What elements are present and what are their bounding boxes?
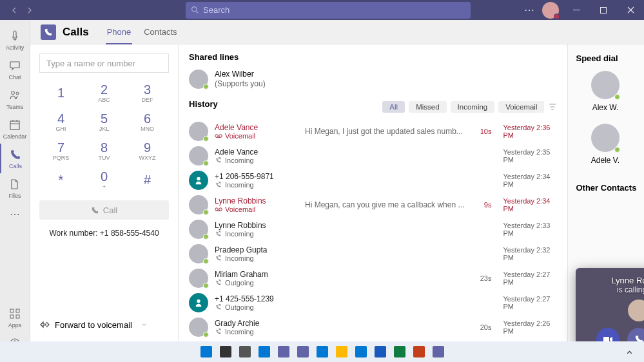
speed-dial-item[interactable]: Lynne R. — [639, 71, 644, 112]
files-icon — [336, 346, 347, 357]
history-type: Incoming — [215, 181, 298, 189]
filter-missed[interactable]: Missed — [409, 101, 446, 113]
rail-chat[interactable]: Chat — [0, 55, 30, 84]
forward-voicemail[interactable]: Forward to voicemail — [39, 314, 169, 335]
calls-app-icon — [41, 24, 56, 40]
edge-icon — [317, 346, 328, 357]
history-row[interactable]: Miriam GrahamOutgoing 23s Yesterday 2:27… — [189, 266, 557, 291]
dialkey-5[interactable]: 5JKL — [83, 107, 126, 136]
rail-apps[interactable]: Apps — [0, 303, 30, 332]
history-row[interactable]: Lynne RobbinsIncoming Yesterday 2:33 PM — [189, 217, 557, 242]
taskbar-outlook[interactable] — [353, 343, 369, 360]
rail-calendar[interactable]: Calendar — [0, 114, 30, 144]
speed-dial-panel: Speed dial Alex W.Lynne R.Adele V.Grady … — [567, 44, 644, 362]
history-time: Yesterday 2:35 PM — [498, 148, 557, 164]
taskbar-tasks[interactable] — [237, 343, 253, 360]
forward-button[interactable] — [23, 4, 36, 17]
filter-incoming[interactable]: Incoming — [451, 101, 495, 113]
back-button[interactable] — [8, 4, 21, 17]
taskbar-teams[interactable] — [295, 343, 311, 360]
svg-rect-10 — [10, 309, 14, 312]
taskbar-start[interactable] — [198, 343, 215, 360]
filter-voicemail[interactable]: Voicemail — [498, 101, 544, 113]
speed-dial-item[interactable]: Adele V. — [576, 124, 634, 165]
svg-point-18 — [219, 135, 222, 138]
dialkey-2[interactable]: 2ABC — [83, 78, 126, 107]
teams-icon — [297, 346, 309, 357]
shared-line-item[interactable]: Alex Wilber (Supports you) — [189, 67, 557, 97]
dialkey-4[interactable]: 4GHI — [39, 107, 83, 136]
svg-point-4 — [12, 91, 15, 95]
history-row[interactable]: +1 425-555-1239Outgoing Yesterday 2:27 P… — [189, 291, 557, 315]
call-button[interactable]: Call — [39, 200, 169, 220]
dialkey-0[interactable]: 0+ — [83, 165, 126, 194]
close-button[interactable] — [621, 1, 640, 19]
taskbar-widgets[interactable] — [256, 343, 273, 360]
maximize-button[interactable] — [594, 1, 613, 19]
history-row[interactable]: Adele VanceIncoming Yesterday 2:35 PM — [189, 144, 557, 168]
avatar — [189, 146, 208, 166]
filter-all[interactable]: All — [382, 101, 405, 113]
svg-point-5 — [16, 92, 19, 95]
dialkey-7[interactable]: 7PQRS — [39, 136, 83, 165]
minimize-button[interactable] — [567, 1, 586, 19]
history-duration: 9s — [471, 201, 491, 209]
taskbar-chat[interactable] — [275, 343, 292, 360]
dialkey-8[interactable]: 8TUV — [83, 136, 126, 165]
tab-contacts[interactable]: Contacts — [137, 20, 183, 44]
dialkey-9[interactable]: 9WXYZ — [126, 136, 169, 165]
rail-files[interactable]: Files — [0, 173, 30, 203]
tab-phone[interactable]: Phone — [101, 20, 138, 44]
history-name: Grady Archie — [215, 319, 298, 328]
rail-calls[interactable]: Calls — [0, 144, 30, 173]
other-contacts-title: Other Contacts — [576, 183, 644, 193]
search-box[interactable] — [186, 2, 471, 19]
dial-input[interactable]: Type a name or number — [39, 53, 169, 73]
speed-dial-item[interactable]: Grady A. — [639, 124, 644, 165]
taskbar-word[interactable] — [372, 343, 389, 360]
history-type: Voicemail — [215, 132, 298, 140]
svg-rect-11 — [16, 309, 19, 312]
taskbar-powerpoint[interactable] — [411, 343, 427, 360]
history-type: Incoming — [215, 254, 298, 262]
dialkey-3[interactable]: 3DEF — [126, 78, 169, 107]
history-row[interactable]: Pradeep GuptaIncoming Yesterday 2:32 PM — [189, 242, 557, 266]
svg-point-22 — [219, 208, 222, 211]
speed-dial-item[interactable]: Alex W. — [576, 71, 634, 112]
svg-rect-13 — [16, 315, 19, 318]
search-input[interactable] — [203, 5, 465, 15]
history-row[interactable]: +1 206-555-9871Incoming Yesterday 2:34 P… — [189, 168, 557, 193]
taskbar-search[interactable] — [217, 343, 234, 360]
history-duration: 20s — [471, 323, 491, 331]
rail-more[interactable]: ⋯ — [0, 203, 30, 225]
rail-activity[interactable]: Activity — [0, 25, 30, 55]
taskbar-teams2[interactable] — [430, 343, 447, 360]
avatar — [591, 71, 620, 99]
svg-point-17 — [215, 135, 219, 138]
page-title: Calls — [63, 26, 89, 39]
avatar — [189, 269, 208, 288]
taskbar-chevron[interactable] — [621, 343, 638, 360]
user-avatar[interactable] — [542, 2, 559, 19]
history-row[interactable]: Lynne RobbinsVoicemail Hi Megan, can you… — [189, 193, 557, 217]
taskbar-files[interactable] — [333, 343, 350, 360]
history-row[interactable]: Grady ArchieIncoming 20s Yesterday 2:26 … — [189, 315, 557, 339]
more-button[interactable]: ⋯ — [524, 4, 534, 16]
dialkey-6[interactable]: 6MNO — [126, 107, 169, 136]
filter-icon[interactable] — [548, 102, 557, 111]
dialkey-1[interactable]: 1 — [39, 78, 83, 107]
app-rail: ActivityChatTeamsCalendarCallsFiles ⋯ Ap… — [0, 20, 30, 362]
rail-teams[interactable]: Teams — [0, 84, 30, 114]
history-duration: 10s — [471, 128, 491, 135]
svg-rect-6 — [10, 121, 19, 129]
taskbar-excel[interactable] — [391, 343, 408, 360]
history-type: Outgoing — [215, 303, 298, 311]
voicemail-forward-icon — [39, 319, 50, 330]
taskbar-edge[interactable] — [314, 343, 331, 360]
history-row[interactable]: Adele VanceVoicemail Hi Megan, I just go… — [189, 119, 557, 144]
svg-point-24 — [197, 300, 200, 303]
dialkey-#[interactable]: # — [126, 165, 169, 194]
start-icon — [200, 346, 212, 357]
dialkey-*[interactable]: * — [39, 165, 83, 194]
chat-icon — [8, 59, 22, 73]
